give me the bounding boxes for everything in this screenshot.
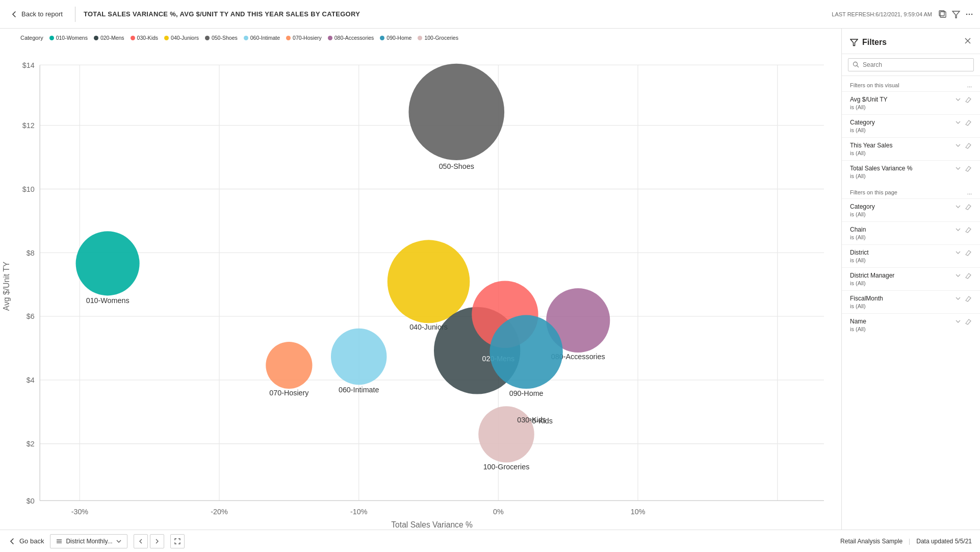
pf-chain-value: is (All) (850, 234, 972, 240)
page-filter-fiscal-month[interactable]: FiscalMonth is (All) (842, 290, 980, 313)
vf-total-var-name: Total Sales Variance % (850, 165, 913, 172)
nav-prev-button[interactable] (134, 534, 148, 548)
copy-icon[interactable] (938, 10, 947, 19)
legend-item-juniors: 040-Juniors (164, 35, 199, 41)
expand-icon4 (955, 165, 962, 172)
svg-text:090-Home: 090-Home (509, 389, 544, 397)
page-filter-category[interactable]: Category is (All) (842, 198, 980, 221)
chevron-down-icon (116, 538, 122, 544)
vf-total-var-icons (955, 165, 972, 172)
visual-filter-avg-unit[interactable]: Avg $/Unit TY is (All) (842, 91, 980, 114)
legend-dot-home (380, 36, 384, 40)
bubble-shoes[interactable] (408, 64, 504, 160)
page-tab[interactable]: District Monthly... (50, 534, 127, 548)
visual-filter-category[interactable]: Category is (All) (842, 114, 980, 137)
search-box[interactable] (848, 58, 974, 71)
search-input[interactable] (863, 61, 969, 68)
legend-label-home: 090-Home (386, 35, 411, 41)
svg-text:-20%: -20% (211, 508, 228, 516)
legend-item-groceries: 100-Groceries (418, 35, 458, 41)
pf-chain-icons (955, 226, 972, 233)
svg-text:$14: $14 (22, 61, 35, 69)
bubble-womens[interactable] (76, 231, 140, 295)
legend-label-mens: 020-Mens (100, 35, 124, 41)
pf-district-icons (955, 249, 972, 256)
legend-dot-groceries (418, 36, 422, 40)
vf-avg-unit-icons (955, 96, 972, 103)
legend-label-kids: 030-Kids (137, 35, 158, 41)
more-icon[interactable] (965, 10, 974, 19)
page-filters-section: Filters on this page ... (842, 183, 980, 198)
expand-icon9 (955, 295, 962, 302)
visual-filters-more[interactable]: ... (967, 82, 972, 88)
legend-dot-womens (49, 36, 54, 40)
visual-filter-total-variance[interactable]: Total Sales Variance % is (All) (842, 160, 980, 183)
back-arrow-icon (10, 10, 18, 18)
expand-view-button[interactable] (170, 534, 185, 548)
eraser-icon4 (965, 165, 972, 172)
filter-icon[interactable] (951, 10, 961, 19)
nav-arrows (134, 534, 164, 548)
pf-category-value: is (All) (850, 211, 972, 217)
page-filters-more[interactable]: ... (967, 189, 972, 195)
pf-fiscal-value: is (All) (850, 303, 972, 309)
eraser-icon9 (965, 295, 972, 302)
legend-label-accessories: 080-Accessories (334, 35, 374, 41)
visual-filter-this-year-sales[interactable]: This Year Sales is (All) (842, 137, 980, 160)
filters-title: Filters (850, 38, 887, 47)
expand-icon (955, 96, 962, 103)
expand-icon10 (955, 318, 962, 325)
top-bar: Back to report TOTAL SALES VARIANCE %, A… (0, 0, 980, 29)
svg-text:-10%: -10% (350, 508, 368, 516)
nav-next-button[interactable] (150, 534, 164, 548)
legend-category-label: Category (20, 35, 43, 41)
legend-dot-juniors (164, 36, 169, 40)
page-filter-name[interactable]: Name is (All) (842, 313, 980, 336)
pf-fiscal-name: FiscalMonth (850, 295, 883, 302)
legend-item-shoes: 050-Shoes (205, 35, 238, 41)
pf-name-icons (955, 318, 972, 325)
search-icon (853, 61, 860, 68)
bubble-groceries[interactable] (478, 406, 534, 462)
svg-text:$2: $2 (27, 440, 35, 448)
expand-icon7 (955, 249, 962, 256)
legend-dot-hosiery (286, 36, 291, 40)
bubble-juniors[interactable] (388, 240, 470, 323)
legend-item-womens: 010-Womens (49, 35, 88, 41)
eraser-icon5 (965, 203, 972, 210)
bubble-intimate[interactable] (331, 329, 386, 385)
vf-this-year-icons (955, 142, 972, 149)
expand-icon-bottom (174, 538, 181, 545)
svg-text:10%: 10% (631, 508, 646, 516)
back-button[interactable]: Back to report (6, 8, 67, 20)
filters-panel: Filters Filters on this visual ... (841, 29, 980, 530)
legend-item-kids: 030-Kids (131, 35, 158, 41)
bubble-home[interactable] (489, 315, 562, 389)
svg-text:Avg $/Unit TY: Avg $/Unit TY (2, 261, 11, 311)
expand-icon2 (955, 119, 962, 126)
page-filter-district[interactable]: District is (All) (842, 244, 980, 267)
vf-category-icons (955, 119, 972, 126)
svg-text:Total Sales Variance %: Total Sales Variance % (391, 520, 473, 528)
page-filter-chain[interactable]: Chain is (All) (842, 221, 980, 244)
go-back-button[interactable]: Go back (8, 537, 44, 545)
vf-this-year-value: is (All) (850, 150, 972, 156)
svg-text:$8: $8 (27, 249, 35, 257)
divider (75, 7, 75, 22)
eraser-icon (965, 96, 972, 103)
svg-text:$4: $4 (27, 376, 35, 384)
bubble-chart-svg[interactable]: $14 $12 $10 $8 $6 $4 $2 $0 -30% -20% -10… (0, 45, 837, 528)
eraser-icon6 (965, 226, 972, 233)
bottom-right: Retail Analysis Sample | Data updated 5/… (840, 538, 972, 545)
pf-district-mgr-icons (955, 272, 972, 279)
filters-close-button[interactable] (964, 37, 972, 47)
pf-category-icons (955, 203, 972, 210)
svg-line-52 (857, 66, 859, 68)
svg-text:100-Groceries: 100-Groceries (483, 463, 530, 471)
visual-filters-label: Filters on this visual (850, 82, 899, 88)
bottom-bar: Go back District Monthly... (0, 530, 980, 552)
page-filter-district-manager[interactable]: District Manager is (All) (842, 267, 980, 290)
legend-dot-intimate (244, 36, 248, 40)
bubble-hosiery[interactable] (266, 342, 312, 389)
svg-text:$6: $6 (27, 312, 35, 320)
